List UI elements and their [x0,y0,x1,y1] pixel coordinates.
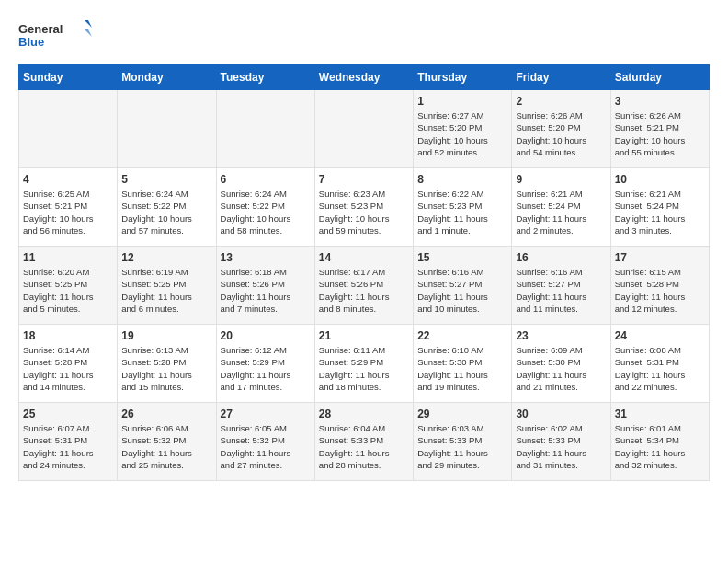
calendar-cell: 20Sunrise: 6:12 AM Sunset: 5:29 PM Dayli… [216,325,314,403]
day-number: 16 [516,251,606,264]
svg-marker-3 [85,29,92,37]
day-info: Sunrise: 6:22 AM Sunset: 5:23 PM Dayligh… [417,188,507,236]
day-info: Sunrise: 6:16 AM Sunset: 5:27 PM Dayligh… [417,266,507,315]
calendar-cell: 29Sunrise: 6:03 AM Sunset: 5:33 PM Dayli… [414,403,512,481]
calendar-cell: 11Sunrise: 6:20 AM Sunset: 5:25 PM Dayli… [19,247,118,325]
day-number: 25 [23,408,113,420]
day-number: 30 [516,408,606,420]
day-info: Sunrise: 6:26 AM Sunset: 5:21 PM Dayligh… [615,109,705,158]
header-row: SundayMondayTuesdayWednesdayThursdayFrid… [19,65,710,90]
calendar-cell: 23Sunrise: 6:09 AM Sunset: 5:30 PM Dayli… [512,325,610,403]
calendar-cell [216,90,314,168]
day-number: 15 [417,251,507,264]
calendar-cell: 27Sunrise: 6:05 AM Sunset: 5:32 PM Dayli… [216,403,314,481]
day-info: Sunrise: 6:09 AM Sunset: 5:30 PM Dayligh… [516,344,606,393]
day-info: Sunrise: 6:27 AM Sunset: 5:20 PM Dayligh… [417,109,507,158]
day-info: Sunrise: 6:23 AM Sunset: 5:23 PM Dayligh… [319,188,409,236]
day-number: 23 [516,329,606,342]
day-info: Sunrise: 6:26 AM Sunset: 5:20 PM Dayligh… [516,109,606,158]
day-number: 28 [319,408,409,420]
calendar-cell: 8Sunrise: 6:22 AM Sunset: 5:23 PM Daylig… [414,168,512,247]
calendar-cell: 22Sunrise: 6:10 AM Sunset: 5:30 PM Dayli… [414,325,512,403]
col-header-saturday: Saturday [610,65,709,90]
calendar-cell: 15Sunrise: 6:16 AM Sunset: 5:27 PM Dayli… [414,247,512,325]
day-number: 13 [221,251,311,264]
day-number: 24 [615,329,705,342]
calendar-cell: 16Sunrise: 6:16 AM Sunset: 5:27 PM Dayli… [512,247,610,325]
svg-text:General: General [18,22,63,36]
calendar-cell: 7Sunrise: 6:23 AM Sunset: 5:23 PM Daylig… [314,168,413,247]
day-number: 1 [417,95,507,108]
day-info: Sunrise: 6:24 AM Sunset: 5:22 PM Dayligh… [121,188,211,236]
calendar-cell: 30Sunrise: 6:02 AM Sunset: 5:33 PM Dayli… [512,403,610,481]
calendar-cell: 6Sunrise: 6:24 AM Sunset: 5:22 PM Daylig… [216,168,314,247]
day-number: 4 [23,173,113,186]
day-number: 29 [417,408,507,420]
calendar-cell: 19Sunrise: 6:13 AM Sunset: 5:28 PM Dayli… [118,325,216,403]
col-header-friday: Friday [512,65,610,90]
calendar-cell: 21Sunrise: 6:11 AM Sunset: 5:29 PM Dayli… [314,325,413,403]
calendar-week-3: 11Sunrise: 6:20 AM Sunset: 5:25 PM Dayli… [19,247,710,325]
calendar-week-4: 18Sunrise: 6:14 AM Sunset: 5:28 PM Dayli… [19,325,710,403]
calendar-cell: 4Sunrise: 6:25 AM Sunset: 5:21 PM Daylig… [19,168,118,247]
day-number: 31 [615,408,705,420]
logo-svg: General Blue [18,18,92,55]
day-info: Sunrise: 6:19 AM Sunset: 5:25 PM Dayligh… [121,266,211,315]
calendar-cell: 2Sunrise: 6:26 AM Sunset: 5:20 PM Daylig… [512,90,610,168]
day-info: Sunrise: 6:10 AM Sunset: 5:30 PM Dayligh… [417,344,507,393]
day-number: 5 [121,173,211,186]
col-header-wednesday: Wednesday [314,65,413,90]
calendar-cell: 24Sunrise: 6:08 AM Sunset: 5:31 PM Dayli… [610,325,709,403]
calendar-cell: 13Sunrise: 6:18 AM Sunset: 5:26 PM Dayli… [216,247,314,325]
day-info: Sunrise: 6:24 AM Sunset: 5:22 PM Dayligh… [221,188,311,236]
calendar-cell [118,90,216,168]
calendar-cell [19,90,118,168]
day-info: Sunrise: 6:16 AM Sunset: 5:27 PM Dayligh… [516,266,606,315]
svg-marker-2 [85,20,92,28]
calendar-cell: 17Sunrise: 6:15 AM Sunset: 5:28 PM Dayli… [610,247,709,325]
calendar-cell: 14Sunrise: 6:17 AM Sunset: 5:26 PM Dayli… [314,247,413,325]
calendar-cell: 31Sunrise: 6:01 AM Sunset: 5:34 PM Dayli… [610,403,709,481]
logo: General Blue [18,18,92,55]
col-header-sunday: Sunday [19,65,118,90]
day-info: Sunrise: 6:25 AM Sunset: 5:21 PM Dayligh… [23,188,113,236]
calendar-cell: 26Sunrise: 6:06 AM Sunset: 5:32 PM Dayli… [118,403,216,481]
calendar-cell: 10Sunrise: 6:21 AM Sunset: 5:24 PM Dayli… [610,168,709,247]
day-number: 20 [221,329,311,342]
day-number: 11 [23,251,113,264]
page-header: General Blue [18,18,710,55]
day-number: 18 [23,329,113,342]
day-number: 22 [417,329,507,342]
calendar-cell: 28Sunrise: 6:04 AM Sunset: 5:33 PM Dayli… [314,403,413,481]
day-number: 14 [319,251,409,264]
day-info: Sunrise: 6:05 AM Sunset: 5:32 PM Dayligh… [221,422,311,471]
calendar-cell: 5Sunrise: 6:24 AM Sunset: 5:22 PM Daylig… [118,168,216,247]
calendar-table: SundayMondayTuesdayWednesdayThursdayFrid… [18,64,710,481]
calendar-cell: 12Sunrise: 6:19 AM Sunset: 5:25 PM Dayli… [118,247,216,325]
day-number: 26 [121,408,211,420]
col-header-thursday: Thursday [414,65,512,90]
day-number: 12 [121,251,211,264]
day-number: 10 [615,173,705,186]
day-number: 27 [221,408,311,420]
calendar-cell: 9Sunrise: 6:21 AM Sunset: 5:24 PM Daylig… [512,168,610,247]
day-number: 19 [121,329,211,342]
day-number: 21 [319,329,409,342]
day-info: Sunrise: 6:07 AM Sunset: 5:31 PM Dayligh… [23,422,113,471]
calendar-cell: 18Sunrise: 6:14 AM Sunset: 5:28 PM Dayli… [19,325,118,403]
day-info: Sunrise: 6:20 AM Sunset: 5:25 PM Dayligh… [23,266,113,315]
day-info: Sunrise: 6:14 AM Sunset: 5:28 PM Dayligh… [23,344,113,393]
day-number: 6 [221,173,311,186]
day-info: Sunrise: 6:21 AM Sunset: 5:24 PM Dayligh… [516,188,606,236]
calendar-week-1: 1Sunrise: 6:27 AM Sunset: 5:20 PM Daylig… [19,90,710,168]
day-number: 2 [516,95,606,108]
day-number: 3 [615,95,705,108]
day-info: Sunrise: 6:11 AM Sunset: 5:29 PM Dayligh… [319,344,409,393]
col-header-tuesday: Tuesday [216,65,314,90]
day-number: 8 [417,173,507,186]
day-number: 17 [615,251,705,264]
calendar-week-2: 4Sunrise: 6:25 AM Sunset: 5:21 PM Daylig… [19,168,710,247]
calendar-cell: 1Sunrise: 6:27 AM Sunset: 5:20 PM Daylig… [414,90,512,168]
calendar-week-5: 25Sunrise: 6:07 AM Sunset: 5:31 PM Dayli… [19,403,710,481]
calendar-cell [314,90,413,168]
